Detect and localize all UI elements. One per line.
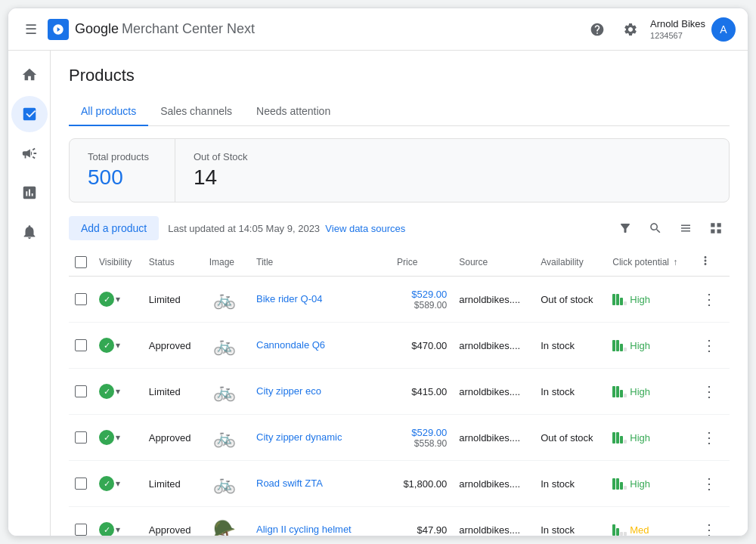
visibility-check-icon: ✓ — [99, 522, 114, 536]
visibility-dropdown-arrow[interactable]: ▾ — [116, 386, 120, 397]
potential-label: High — [630, 294, 650, 305]
product-image: 🚲 — [209, 284, 240, 314]
row-actions[interactable]: ⋮ — [692, 323, 730, 369]
total-products-value: 500 — [88, 165, 156, 190]
product-title-link[interactable]: City zipper dynamic — [256, 431, 342, 443]
visibility-check-icon: ✓ — [99, 292, 114, 307]
sidebar — [8, 51, 51, 536]
potential-label: Med — [630, 524, 649, 536]
product-image: 🚲 — [209, 468, 240, 499]
sidebar-item-products[interactable] — [11, 96, 48, 132]
row-checkbox[interactable] — [75, 293, 87, 305]
menu-icon[interactable]: ☰ — [20, 19, 42, 40]
sidebar-item-notifications[interactable] — [11, 214, 48, 250]
header-checkbox[interactable] — [69, 248, 93, 277]
row-click-potential: High — [606, 461, 692, 507]
row-title: Bike rider Q-04 — [250, 277, 391, 323]
visibility-dropdown-arrow[interactable]: ▾ — [116, 478, 120, 489]
row-price: $415.00 — [391, 369, 453, 415]
row-checkbox[interactable] — [75, 431, 87, 444]
help-button[interactable] — [584, 16, 611, 43]
row-more-button[interactable]: ⋮ — [699, 471, 720, 496]
row-source: arnoldbikes.... — [453, 369, 534, 415]
potential-bar-chart — [612, 524, 627, 536]
tabs: All products Sales channels Needs attent… — [69, 97, 730, 126]
out-of-stock-value: 14 — [194, 165, 263, 190]
row-checkbox[interactable] — [75, 385, 87, 397]
row-checkbox[interactable] — [75, 478, 87, 490]
last-updated-text: Last updated at 14:05 May 9, 2023 View d… — [168, 223, 603, 234]
add-product-button[interactable]: Add a product — [69, 216, 159, 240]
row-title: City zipper eco — [250, 369, 391, 415]
price-main: $470.00 — [411, 340, 447, 351]
visibility-dropdown-arrow[interactable]: ▾ — [116, 340, 120, 351]
row-click-potential: High — [606, 323, 692, 369]
user-info[interactable]: Arnold Bikes 1234567 A — [650, 17, 736, 42]
table-row: ✓ ▾ Approved 🚲 Cannondale Q6 $470.00 arn… — [69, 323, 730, 369]
product-title-link[interactable]: Road swift ZTA — [256, 478, 323, 489]
tab-sales-channels[interactable]: Sales channels — [148, 97, 244, 126]
header-source: Source — [453, 248, 534, 277]
row-visibility: ✓ ▾ — [93, 277, 143, 323]
search-button[interactable] — [642, 215, 669, 242]
row-actions[interactable]: ⋮ — [692, 507, 730, 536]
sidebar-item-home[interactable] — [11, 57, 48, 93]
row-actions[interactable]: ⋮ — [692, 369, 730, 415]
visibility-check-icon: ✓ — [99, 476, 114, 491]
view-data-sources-link[interactable]: View data sources — [325, 223, 405, 234]
visibility-dropdown-arrow[interactable]: ▾ — [116, 524, 120, 535]
row-checkbox-cell[interactable] — [69, 415, 93, 461]
row-image: 🚲 — [203, 277, 250, 323]
app-brand: Google Merchant Center Next — [75, 21, 255, 37]
row-more-button[interactable]: ⋮ — [699, 287, 720, 311]
product-title-link[interactable]: Align II cycling helmet — [256, 524, 352, 535]
sidebar-item-campaigns[interactable] — [11, 135, 48, 172]
row-actions[interactable]: ⋮ — [692, 415, 730, 461]
row-more-button[interactable]: ⋮ — [699, 379, 720, 403]
grid-toggle-button[interactable] — [702, 215, 730, 242]
product-title-link[interactable]: Bike rider Q-04 — [256, 293, 322, 304]
row-checkbox-cell[interactable] — [69, 369, 93, 415]
tab-all-products[interactable]: All products — [69, 97, 148, 126]
product-title-link[interactable]: City zipper eco — [256, 385, 321, 397]
visibility-check-icon: ✓ — [99, 430, 114, 445]
row-title: Align II cycling helmet — [250, 507, 391, 536]
row-status: Approved — [143, 323, 203, 369]
row-image: 🚲 — [203, 369, 250, 415]
row-source: arnoldbikes.... — [453, 323, 534, 369]
row-visibility: ✓ ▾ — [93, 461, 143, 507]
row-visibility: ✓ ▾ — [93, 415, 143, 461]
row-actions[interactable]: ⋮ — [692, 461, 730, 507]
row-actions[interactable]: ⋮ — [692, 277, 730, 323]
row-checkbox-cell[interactable] — [69, 323, 93, 369]
product-title-link[interactable]: Cannondale Q6 — [256, 339, 325, 351]
row-more-button[interactable]: ⋮ — [699, 333, 720, 357]
row-checkbox-cell[interactable] — [69, 507, 93, 536]
row-checkbox[interactable] — [75, 339, 87, 351]
filter-button[interactable] — [612, 215, 639, 242]
row-price: $470.00 — [391, 323, 453, 369]
sidebar-item-reports[interactable] — [11, 175, 48, 211]
header-price: Price — [391, 248, 453, 277]
row-title: City zipper dynamic — [250, 415, 391, 461]
main-layout: Products All products Sales channels Nee… — [8, 51, 748, 536]
price-main: $1,800.00 — [403, 478, 447, 490]
product-image: 🚲 — [209, 330, 240, 360]
row-image: 🚲 — [203, 323, 250, 369]
row-checkbox-cell[interactable] — [69, 277, 93, 323]
row-checkbox[interactable] — [75, 524, 87, 536]
price-main: $47.90 — [417, 524, 447, 536]
header-click-potential[interactable]: Click potential ↑ — [606, 248, 692, 277]
visibility-dropdown-arrow[interactable]: ▾ — [116, 294, 120, 304]
potential-bar-chart — [612, 385, 627, 397]
table-row: ✓ ▾ Approved 🪖 Align II cycling helmet $… — [69, 507, 730, 536]
row-more-button[interactable]: ⋮ — [699, 518, 720, 536]
columns-toggle-button[interactable] — [672, 215, 699, 242]
tab-needs-attention[interactable]: Needs attention — [244, 97, 342, 126]
visibility-dropdown-arrow[interactable]: ▾ — [116, 432, 120, 443]
row-status: Approved — [143, 415, 203, 461]
row-more-button[interactable]: ⋮ — [699, 425, 720, 450]
row-checkbox-cell[interactable] — [69, 461, 93, 507]
select-all-checkbox[interactable] — [75, 256, 87, 268]
settings-button[interactable] — [617, 16, 644, 43]
